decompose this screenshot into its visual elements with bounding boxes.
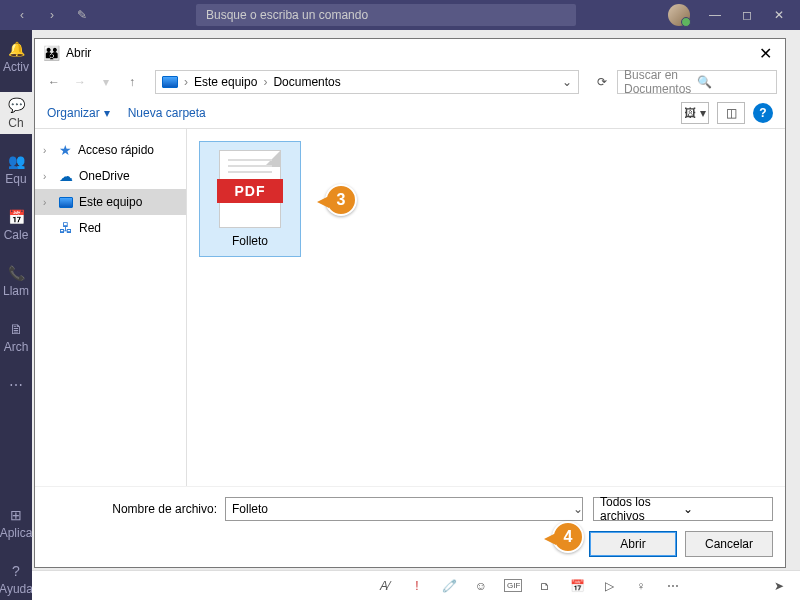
filename-label: Nombre de archivo:	[47, 502, 217, 516]
new-folder-button[interactable]: Nueva carpeta	[128, 106, 206, 120]
view-mode-button[interactable]: 🖼 ▾	[681, 102, 709, 124]
filter-label: Todos los archivos	[600, 495, 683, 523]
chevron-down-icon: ⌄	[683, 502, 766, 516]
app-rail: 🔔Activ 💬Ch 👥Equ 📅Cale 📞Llam 🗎Arch ⋯ ⊞Apl…	[0, 30, 32, 600]
bell-icon: 🔔	[7, 40, 25, 58]
tree-network[interactable]: 🖧Red	[35, 215, 186, 241]
up-icon[interactable]: ↑	[121, 71, 143, 93]
breadcrumb-root[interactable]: Este equipo	[194, 75, 257, 89]
rail-files[interactable]: 🗎Arch	[0, 316, 32, 358]
send-icon[interactable]: ➤	[770, 579, 788, 593]
tree-label: Red	[79, 221, 101, 235]
calendar-icon: 📅	[7, 208, 25, 226]
user-avatar[interactable]	[668, 4, 690, 26]
rail-apps[interactable]: ⊞Aplica	[0, 502, 32, 544]
expand-icon[interactable]: ›	[43, 197, 53, 208]
rail-activity[interactable]: 🔔Activ	[0, 36, 32, 78]
file-name-label: Folleto	[232, 234, 268, 248]
nav-back-icon[interactable]: ‹	[10, 3, 34, 27]
praise-icon[interactable]: ♀	[632, 579, 650, 593]
expand-icon[interactable]: ›	[43, 145, 53, 156]
breadcrumb-folder[interactable]: Documentos	[273, 75, 340, 89]
rail-label: Aplica	[0, 526, 32, 540]
open-file-dialog: 👪 Abrir ✕ ← → ▾ ↑ › Este equipo › Docume…	[34, 38, 786, 568]
rail-help[interactable]: ?Ayuda	[0, 558, 32, 600]
close-icon[interactable]: ✕	[753, 44, 777, 63]
more-compose-icon[interactable]: ⋯	[664, 579, 682, 593]
rail-label: Cale	[4, 228, 29, 242]
important-icon[interactable]: !	[408, 579, 426, 593]
rail-label: Activ	[3, 60, 29, 74]
rail-calls[interactable]: 📞Llam	[0, 260, 32, 302]
star-icon: ★	[59, 142, 72, 158]
teams-app-icon: 👪	[43, 45, 60, 61]
help-icon[interactable]: ?	[753, 103, 773, 123]
phone-icon: 📞	[7, 264, 25, 282]
sticker-icon[interactable]: 🗅	[536, 579, 554, 593]
rail-calendar[interactable]: 📅Cale	[0, 204, 32, 246]
recent-dropdown-icon[interactable]: ▾	[95, 71, 117, 93]
format-icon[interactable]: A⁄	[376, 579, 394, 593]
pc-icon	[59, 197, 73, 208]
close-window-icon[interactable]: ✕	[764, 0, 794, 30]
tree-onedrive[interactable]: ›☁OneDrive	[35, 163, 186, 189]
compose-toolbar: A⁄ ! 🧷 ☺ GIF 🗅 📅 ▷ ♀ ⋯ ➤	[32, 570, 800, 600]
pc-icon	[162, 76, 178, 88]
rail-more[interactable]: ⋯	[0, 372, 32, 398]
rail-label: Arch	[4, 340, 29, 354]
emoji-icon[interactable]: ☺	[472, 579, 490, 593]
callout-3: 3	[325, 184, 357, 216]
tree-label: OneDrive	[79, 169, 130, 183]
meet-icon[interactable]: 📅	[568, 579, 586, 593]
rail-label: Ch	[8, 116, 23, 130]
back-icon[interactable]: ←	[43, 71, 65, 93]
teams-icon: 👥	[7, 152, 25, 170]
dialog-title: Abrir	[66, 46, 91, 60]
search-documents-input[interactable]: Buscar en Documentos 🔍	[617, 70, 777, 94]
attach-icon[interactable]: 🧷	[440, 579, 458, 593]
expand-icon[interactable]: ›	[43, 171, 53, 182]
more-icon: ⋯	[7, 376, 25, 394]
nav-forward-icon[interactable]: ›	[40, 3, 64, 27]
file-icon: 🗎	[7, 320, 25, 338]
pdf-badge: PDF	[217, 179, 283, 203]
stream-icon[interactable]: ▷	[600, 579, 618, 593]
network-icon: 🖧	[59, 220, 73, 236]
tree-quick-access[interactable]: ›★Acceso rápido	[35, 137, 186, 163]
callout-4: 4	[552, 521, 584, 553]
file-item-folleto[interactable]: PDF Folleto	[199, 141, 301, 257]
file-type-filter[interactable]: Todos los archivos⌄	[593, 497, 773, 521]
apps-icon: ⊞	[7, 506, 25, 524]
pdf-file-icon: PDF	[219, 150, 281, 228]
app-titlebar: ‹ › ✎ — ◻ ✕	[0, 0, 800, 30]
cloud-icon: ☁	[59, 168, 73, 184]
chevron-down-icon[interactable]: ⌄	[562, 75, 572, 89]
rail-teams[interactable]: 👥Equ	[0, 148, 32, 190]
help-icon: ?	[7, 562, 25, 580]
maximize-icon[interactable]: ◻	[732, 0, 762, 30]
chevron-right-icon: ›	[184, 75, 188, 89]
rail-chat[interactable]: 💬Ch	[0, 92, 32, 134]
forward-icon[interactable]: →	[69, 71, 91, 93]
refresh-icon[interactable]: ⟳	[591, 75, 613, 89]
chat-icon: 💬	[7, 96, 25, 114]
filename-input[interactable]	[225, 497, 583, 521]
tree-this-pc[interactable]: ›Este equipo	[35, 189, 186, 215]
folder-tree: ›★Acceso rápido ›☁OneDrive ›Este equipo …	[35, 129, 187, 486]
filename-dropdown-icon[interactable]: ⌄	[571, 497, 585, 521]
tree-label: Acceso rápido	[78, 143, 154, 157]
preview-pane-button[interactable]: ◫	[717, 102, 745, 124]
breadcrumb[interactable]: › Este equipo › Documentos ⌄	[155, 70, 579, 94]
command-search-input[interactable]	[196, 4, 576, 26]
compose-icon[interactable]: ✎	[70, 3, 94, 27]
gif-icon[interactable]: GIF	[504, 579, 522, 592]
rail-label: Llam	[3, 284, 29, 298]
open-button[interactable]: Abrir	[589, 531, 677, 557]
minimize-icon[interactable]: —	[700, 0, 730, 30]
chevron-down-icon: ▾	[104, 106, 110, 120]
rail-label: Equ	[5, 172, 26, 186]
cancel-button[interactable]: Cancelar	[685, 531, 773, 557]
organize-button[interactable]: Organizar▾	[47, 106, 110, 120]
tree-label: Este equipo	[79, 195, 142, 209]
search-placeholder: Buscar en Documentos	[624, 68, 697, 96]
